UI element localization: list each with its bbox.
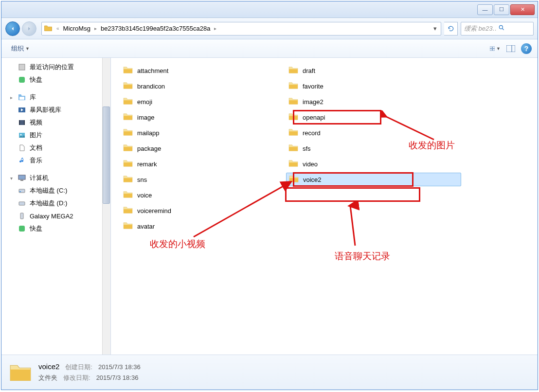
sidebar-videos[interactable]: 视频 xyxy=(1,116,110,129)
folder-label: attachment xyxy=(137,67,168,74)
recent-icon xyxy=(17,63,27,71)
video-lib-icon xyxy=(17,106,27,114)
svg-rect-13 xyxy=(24,120,25,125)
folder-icon xyxy=(288,66,300,75)
maximize-button[interactable]: ☐ xyxy=(494,4,509,15)
documents-icon xyxy=(17,143,27,152)
sidebar-stormvideo[interactable]: 暴风影视库 xyxy=(1,104,110,116)
folder-item-remark[interactable]: remark xyxy=(121,157,257,171)
folder-label: package xyxy=(137,145,161,152)
folder-icon xyxy=(288,175,300,184)
annotation-text-video: 收发的小视频 xyxy=(150,238,205,250)
folder-item-voice2[interactable]: voice2 xyxy=(286,173,461,186)
breadcrumb-item[interactable]: be2373b3145c199ea5f2a3c7555ca28a xyxy=(99,25,213,32)
arrow-left-icon xyxy=(9,25,16,32)
address-bar[interactable]: « MicroMsg ▸ be2373b3145c199ea5f2a3c7555… xyxy=(41,22,441,36)
video-icon xyxy=(17,118,27,127)
forward-button[interactable] xyxy=(22,21,36,36)
details-created-value: 2015/7/3 18:36 xyxy=(98,363,141,371)
sidebar-documents[interactable]: 文档 xyxy=(1,142,110,154)
folder-icon xyxy=(288,159,300,169)
folder-item-voiceremind[interactable]: voiceremind xyxy=(121,204,257,217)
folder-label: image2 xyxy=(303,98,323,106)
chevron-down-icon: ▼ xyxy=(496,46,501,51)
folder-icon xyxy=(288,128,300,138)
folder-icon xyxy=(123,221,134,231)
svg-rect-1 xyxy=(490,47,492,48)
folder-item-sfs[interactable]: sfs xyxy=(286,142,422,155)
folder-item-image[interactable]: image xyxy=(121,110,257,124)
sidebar-recent-places[interactable]: 最近访问的位置 xyxy=(1,61,110,73)
refresh-button[interactable] xyxy=(444,22,458,36)
sidebar-kuaipan2[interactable]: 快盘 xyxy=(1,222,110,235)
breadcrumb-prefix[interactable]: « xyxy=(54,26,61,31)
folder-label: record xyxy=(303,129,321,137)
preview-pane-button[interactable] xyxy=(505,43,516,54)
details-text: voice2 创建日期: 2015/7/3 18:36 文件夹 修改日期: 20… xyxy=(38,362,141,382)
svg-rect-2 xyxy=(493,47,495,48)
search-input[interactable]: 缓索 be23… xyxy=(461,22,534,36)
chevron-right-icon: ▸ xyxy=(92,26,99,31)
details-pane: voice2 创建日期: 2015/7/3 18:36 文件夹 修改日期: 20… xyxy=(1,355,538,390)
address-dropdown-icon[interactable]: ▾ xyxy=(431,25,439,32)
folder-icon xyxy=(123,175,134,184)
breadcrumb-item[interactable]: MicroMsg xyxy=(61,25,92,32)
folder-item-video[interactable]: video xyxy=(286,157,422,171)
folder-label: image xyxy=(137,114,154,121)
chevron-down-icon: ▼ xyxy=(25,46,30,51)
folder-item-voice[interactable]: voice xyxy=(121,188,257,202)
sidebar-item-label: 最近访问的位置 xyxy=(30,63,74,71)
organize-button[interactable]: 组织 ▼ xyxy=(7,42,34,55)
folder-item-brandicon[interactable]: brandicon xyxy=(121,79,257,93)
sidebar-libraries[interactable]: ▸ 库 xyxy=(1,91,110,104)
folder-large-icon xyxy=(8,361,33,384)
folder-item-emoji[interactable]: emoji xyxy=(121,95,257,108)
sidebar-item-label: 本地磁盘 (C:) xyxy=(30,186,67,195)
folder-item-sns[interactable]: sns xyxy=(121,173,257,186)
breadcrumb: « MicroMsg ▸ be2373b3145c199ea5f2a3c7555… xyxy=(54,25,218,32)
folder-item-favorite[interactable]: favorite xyxy=(286,79,422,93)
back-button[interactable] xyxy=(5,21,20,36)
svg-rect-4 xyxy=(493,49,495,50)
sidebar-music[interactable]: 音乐 xyxy=(1,154,110,167)
disk-icon xyxy=(17,199,27,208)
sidebar-pictures[interactable]: 图片 xyxy=(1,129,110,142)
folder-label: remark xyxy=(137,160,157,168)
titlebar: — ☐ ✕ xyxy=(1,1,538,18)
sidebar-galaxy[interactable]: Galaxy MEGA2 xyxy=(1,210,110,222)
folder-item-image2[interactable]: image2 xyxy=(286,95,422,108)
sidebar-item-label: 本地磁盘 (D:) xyxy=(30,199,67,208)
folder-item-openapi[interactable]: openapi xyxy=(286,110,422,124)
svg-rect-7 xyxy=(19,64,25,70)
music-icon xyxy=(17,156,27,165)
sidebar-item-label: 计算机 xyxy=(30,174,49,182)
svg-rect-21 xyxy=(20,213,23,219)
folder-item-avatar[interactable]: avatar xyxy=(121,219,257,233)
folder-label: voice xyxy=(137,192,152,199)
details-modified-value: 2015/7/3 18:36 xyxy=(96,374,139,381)
file-list: attachmentbrandiconemojiimagemailapppack… xyxy=(111,58,538,355)
folder-item-draft[interactable]: draft xyxy=(286,64,422,77)
sidebar: 最近访问的位置 快盘 ▸ 库 暴风影视库 视频 图片 xyxy=(1,58,111,355)
sidebar-disk-c[interactable]: 本地磁盘 (C:) xyxy=(1,184,110,197)
folder-icon xyxy=(288,143,300,153)
folder-item-mailapp[interactable]: mailapp xyxy=(121,126,257,140)
folder-item-record[interactable]: record xyxy=(286,126,422,140)
close-button[interactable]: ✕ xyxy=(510,4,535,15)
toolbar-right: ▼ ? xyxy=(490,43,532,54)
folder-icon xyxy=(123,81,134,91)
sidebar-computer[interactable]: ▾ 计算机 xyxy=(1,172,110,184)
chevron-down-icon: ▾ xyxy=(10,176,16,181)
sidebar-disk-d[interactable]: 本地磁盘 (D:) xyxy=(1,197,110,210)
libraries-icon xyxy=(17,93,27,102)
sidebar-scrollbar[interactable] xyxy=(102,58,110,355)
details-modified-label: 修改日期: xyxy=(63,374,90,382)
sidebar-kuaipan[interactable]: 快盘 xyxy=(1,73,110,86)
svg-rect-22 xyxy=(19,226,25,232)
view-options-button[interactable]: ▼ xyxy=(490,43,501,54)
scrollbar-thumb[interactable] xyxy=(103,107,110,204)
minimize-button[interactable]: — xyxy=(477,4,493,15)
help-button[interactable]: ? xyxy=(521,43,532,54)
folder-item-package[interactable]: package xyxy=(121,142,257,155)
folder-item-attachment[interactable]: attachment xyxy=(121,64,257,77)
